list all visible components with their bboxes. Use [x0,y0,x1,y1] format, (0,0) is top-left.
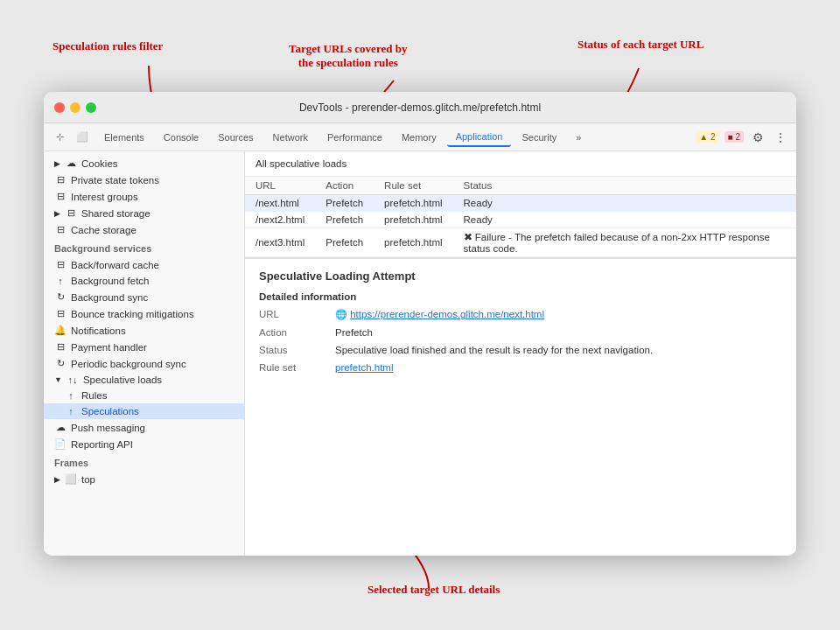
periodic-icon: ↻ [54,358,66,369]
cell-action: Prefetch [315,212,374,228]
frame-icon: ⬜ [65,473,77,485]
bg-fetch-icon: ↑ [54,276,66,286]
sidebar-item-bounce-tracking[interactable]: ⊟ Bounce tracking mitigations [44,305,244,322]
close-button[interactable] [54,102,65,113]
tab-performance[interactable]: Performance [318,129,391,146]
sidebar-item-push-messaging[interactable]: ☁ Push messaging [44,419,244,436]
tab-more[interactable]: » [567,129,590,146]
devtools-toolbar: ⊹ ⬜ Elements Console Sources Network Per… [44,123,796,151]
sidebar-item-reporting-api[interactable]: 📄 Reporting API [44,436,244,452]
settings-icon[interactable]: ⚙ [749,129,766,146]
cell-action: Prefetch [315,228,374,257]
title-bar: DevTools - prerender-demos.glitch.me/pre… [44,92,796,123]
sidebar-item-speculative-loads[interactable]: ▼ ↑↓ Speculative loads [44,372,244,388]
annotation-target-urls: Target URLs covered bythe speculation ru… [289,42,407,70]
col-url: URL [245,177,315,195]
cache-icon: ⊟ [54,224,66,235]
chevron-icon: ▶ [54,159,60,168]
spec-loads-icon: ↑↓ [66,374,79,385]
table-row[interactable]: /next3.html Prefetch prefetch.html ✖ Fai… [245,228,796,257]
bg-services-section: Background services [44,238,244,256]
speculations-icon: ↑ [65,406,77,416]
traffic-lights [54,102,96,113]
detail-status-row: Status Speculative load finished and the… [259,345,782,355]
tab-memory[interactable]: Memory [393,129,445,146]
annotation-speculation-filter: Speculation rules filter [52,39,163,53]
cell-action: Prefetch [315,195,374,212]
browser-window: DevTools - prerender-demos.glitch.me/pre… [44,92,796,556]
detail-subtitle: Detailed information [259,291,782,302]
tab-sources[interactable]: Sources [209,129,262,146]
minimize-button[interactable] [70,102,80,113]
error-badge: ■ 2 [724,131,744,143]
frames-chevron-icon: ▶ [54,475,60,484]
reporting-icon: 📄 [54,438,66,450]
warning-badge: ▲ 2 [696,131,718,143]
sidebar: ▶ ☁ Cookies ⊟ Private state tokens ⊟ Int… [44,151,245,556]
sidebar-item-private-state[interactable]: ⊟ Private state tokens [44,172,244,188]
sidebar-item-interest-groups[interactable]: ⊟ Interest groups [44,188,244,205]
push-icon: ☁ [54,422,66,433]
detail-url-link[interactable]: https://prerender-demos.glitch.me/next.h… [350,309,544,319]
detail-status-value: Speculative load finished and the result… [335,345,653,355]
sidebar-item-notifications[interactable]: 🔔 Notifications [44,322,244,339]
col-status: Status [453,177,796,195]
sidebar-item-speculations[interactable]: ↑ Speculations [44,403,244,419]
private-state-icon: ⊟ [54,174,66,186]
maximize-button[interactable] [86,102,96,113]
annotation-status-each: Status of each target URL [578,38,704,52]
all-speculative-loads-header: All speculative loads [245,151,796,177]
cell-status: Ready [453,195,796,212]
tab-element-picker[interactable]: ⊹ [51,128,69,146]
cell-url: /next2.html [245,212,315,228]
back-forward-icon: ⊟ [54,259,66,270]
sidebar-item-shared-storage[interactable]: ▶ ⊟ Shared storage [44,205,244,221]
tab-application[interactable]: Application [447,128,512,147]
tab-device-toggle[interactable]: ⬜ [71,128,94,146]
sidebar-item-frames-top[interactable]: ▶ ⬜ top [44,471,244,487]
toolbar-icons: ▲ 2 ■ 2 ⚙ ⋮ [696,129,789,146]
tab-console[interactable]: Console [155,129,207,146]
table-row[interactable]: /next.html Prefetch prefetch.html Ready [245,195,796,212]
sidebar-item-payment-handler[interactable]: ⊟ Payment handler [44,339,244,355]
bg-sync-icon: ↻ [54,291,66,303]
sidebar-item-periodic-bg-sync[interactable]: ↻ Periodic background sync [44,355,244,372]
cell-ruleset: prefetch.html [374,228,452,257]
detail-url-label: URL [259,309,325,320]
detail-status-label: Status [259,345,325,355]
cookies-icon: ☁ [65,158,77,169]
interest-icon: ⊟ [54,191,66,202]
table-row[interactable]: /next2.html Prefetch prefetch.html Ready [245,212,796,228]
annotation-selected-details: Selected target URL details [368,583,500,597]
tab-security[interactable]: Security [513,129,565,146]
frames-section: Frames [44,452,244,471]
sidebar-item-rules[interactable]: ↑ Rules [44,388,244,403]
rules-icon: ↑ [65,390,77,401]
cell-ruleset: prefetch.html [374,212,452,228]
detail-action-label: Action [259,327,325,338]
detail-ruleset-link[interactable]: prefetch.html [335,362,393,373]
content-area: All speculative loads URL Action Rule se… [245,151,796,556]
sidebar-item-bg-sync[interactable]: ↻ Background sync [44,289,244,305]
col-ruleset: Rule set [374,177,452,195]
more-icon[interactable]: ⋮ [772,129,789,146]
cell-ruleset: prefetch.html [374,195,452,212]
cell-url: /next3.html [245,228,315,257]
cell-status: ✖ Failure - The prefetch failed because … [453,228,796,257]
sidebar-item-bg-fetch[interactable]: ↑ Background fetch [44,273,244,289]
sidebar-item-cookies[interactable]: ▶ ☁ Cookies [44,155,244,172]
cell-status: Ready [453,212,796,228]
detail-title: Speculative Loading Attempt [259,270,782,283]
detail-action-row: Action Prefetch [259,327,782,338]
payment-icon: ⊟ [54,341,66,353]
tab-network[interactable]: Network [264,129,317,146]
sidebar-item-cache-storage[interactable]: ⊟ Cache storage [44,221,244,238]
detail-url-row: URL 🌐 https://prerender-demos.glitch.me/… [259,309,782,320]
cell-url: /next.html [245,195,315,212]
col-action: Action [315,177,374,195]
sidebar-item-back-forward[interactable]: ⊟ Back/forward cache [44,256,244,273]
tab-elements[interactable]: Elements [95,129,153,146]
detail-ruleset-label: Rule set [259,362,325,373]
globe-icon: 🌐 [335,309,347,319]
error-icon: ✖ [464,232,472,242]
